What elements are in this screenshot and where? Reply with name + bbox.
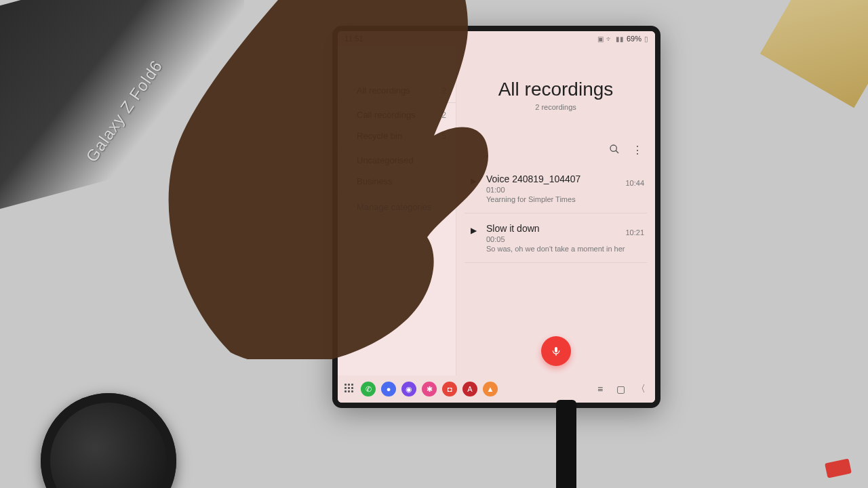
search-icon[interactable] bbox=[609, 144, 620, 157]
dock-app-acrobat[interactable]: A bbox=[462, 382, 477, 396]
dock-app-phone[interactable]: ✆ bbox=[361, 382, 376, 396]
drawer-item-business[interactable]: Business bbox=[338, 171, 456, 192]
recording-title: Slow it down bbox=[486, 223, 644, 234]
taskbar: ✆●◉✱◘A▲ ≡ ▢ 〈 bbox=[338, 375, 655, 403]
recording-timestamp: 10:21 bbox=[625, 228, 644, 237]
manage-categories-link[interactable]: Manage categories bbox=[338, 195, 456, 219]
drawer-item-label: Recycle bin bbox=[357, 131, 402, 141]
usb-cable bbox=[556, 400, 576, 488]
dock-app-app-orange[interactable]: ▲ bbox=[483, 382, 498, 396]
drawer-item-count: 2 bbox=[441, 110, 446, 120]
apps-grid-icon[interactable] bbox=[344, 384, 355, 394]
channel-badge bbox=[825, 458, 852, 478]
drawer-item-recycle[interactable]: Recycle bin 5 bbox=[338, 125, 456, 146]
nav-back-icon[interactable]: 〈 bbox=[633, 383, 648, 395]
recording-row[interactable]: ▶ Voice 240819_104407 01:00 Yearning for… bbox=[465, 164, 647, 214]
drawer-item-label: All recordings bbox=[357, 85, 410, 96]
svg-line-1 bbox=[616, 150, 618, 153]
recordings-pane: All recordings 2 recordings ⋮ ▶ Voice 24… bbox=[456, 46, 655, 375]
recording-snippet: Yearning for Simpler Times bbox=[486, 195, 644, 203]
drawer-divider bbox=[338, 102, 456, 103]
recording-title: Voice 240819_104407 bbox=[486, 174, 644, 184]
recording-duration: 00:05 bbox=[486, 235, 644, 243]
device-screen: 11:51 ▣ ᯤ ▮▮ 69% ▯ All recordings 2 Call… bbox=[332, 26, 660, 408]
drawer-item-uncategorised[interactable]: Uncategorised bbox=[338, 150, 456, 171]
status-bar: 11:51 ▣ ᯤ ▮▮ 69% ▯ bbox=[338, 31, 655, 46]
play-icon[interactable]: ▶ bbox=[467, 174, 479, 186]
dock-app-instagram[interactable]: ◘ bbox=[442, 382, 457, 396]
smartwatch bbox=[41, 393, 176, 488]
play-icon[interactable]: ▶ bbox=[467, 223, 479, 235]
record-button[interactable] bbox=[541, 336, 571, 366]
recording-snippet: So was, oh we don't take a moment in her bbox=[486, 245, 644, 253]
recording-timestamp: 10:44 bbox=[625, 179, 644, 187]
nav-recents-icon[interactable]: ≡ bbox=[593, 384, 608, 394]
recording-duration: 01:00 bbox=[486, 186, 644, 194]
dock-app-messages[interactable]: ● bbox=[381, 382, 396, 396]
drawer-item-label: Business bbox=[357, 176, 393, 186]
wifi-icon: ᯤ bbox=[606, 35, 613, 43]
svg-point-0 bbox=[610, 145, 616, 151]
drawer-item-label: Call recordings bbox=[357, 110, 416, 120]
dock-app-viber[interactable]: ◉ bbox=[401, 382, 416, 396]
more-icon[interactable]: ⋮ bbox=[632, 144, 643, 157]
dock-app-app-pink[interactable]: ✱ bbox=[422, 382, 437, 396]
status-battery: 69% bbox=[627, 35, 642, 43]
nav-home-icon[interactable]: ▢ bbox=[613, 384, 628, 394]
recording-row[interactable]: ▶ Slow it down 00:05 So was, oh we don't… bbox=[465, 214, 647, 263]
drawer-item-count: 2 bbox=[441, 86, 446, 96]
signal-icon: ▮▮ bbox=[616, 35, 624, 43]
drawer-divider bbox=[338, 148, 456, 148]
page-subtitle: 2 recordings bbox=[465, 103, 647, 111]
page-title: All recordings bbox=[465, 79, 647, 100]
drawer-item-count: 5 bbox=[441, 131, 446, 141]
drawer-divider bbox=[338, 193, 456, 194]
status-time: 11:51 bbox=[344, 35, 363, 43]
drawer-item-all[interactable]: All recordings 2 bbox=[338, 80, 456, 101]
desk-object-corner bbox=[760, 0, 868, 108]
drawer-item-label: Uncategorised bbox=[357, 155, 414, 165]
battery-icon: ▯ bbox=[644, 35, 648, 43]
drawer-item-calls[interactable]: Call recordings 2 bbox=[338, 104, 456, 125]
nfc-icon: ▣ bbox=[597, 35, 604, 43]
svg-rect-2 bbox=[555, 347, 557, 352]
category-drawer: All recordings 2 Call recordings 2 Recyc… bbox=[338, 46, 456, 375]
